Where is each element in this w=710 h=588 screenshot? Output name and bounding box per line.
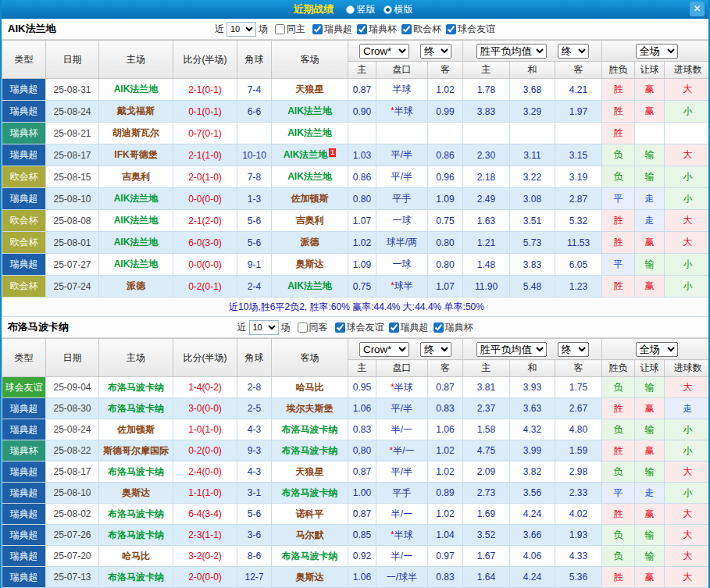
- away-team-cell[interactable]: 天狼星: [272, 79, 348, 101]
- odds-final-select[interactable]: 终: [420, 342, 451, 357]
- home-team-cell[interactable]: 哈马比: [99, 546, 173, 567]
- league-filter[interactable]: 球会友谊: [446, 23, 495, 36]
- league-checkbox[interactable]: [389, 323, 399, 333]
- away-team-cell[interactable]: 奥斯达: [272, 254, 348, 276]
- home-team-cell[interactable]: 派德: [99, 276, 173, 298]
- odds-home-cell: 0.92: [348, 546, 376, 567]
- same-venue-checkbox[interactable]: [298, 323, 308, 333]
- same-venue-filter[interactable]: 同主: [275, 23, 305, 36]
- league-filter[interactable]: 球会友谊: [335, 321, 384, 334]
- away-team-cell[interactable]: 诺科平: [272, 504, 348, 525]
- odds-away-cell: [428, 123, 463, 144]
- league-label: 瑞典超: [401, 321, 429, 334]
- odds-source-select[interactable]: Crow*: [359, 44, 409, 59]
- away-team-cell[interactable]: 埃尔夫斯堡: [272, 398, 348, 419]
- same-venue-filter[interactable]: 同客: [298, 321, 328, 334]
- home-team-cell[interactable]: AIK法兰地: [99, 188, 173, 210]
- avg-final-select[interactable]: 终: [558, 342, 589, 357]
- avg-lose-cell: 5.32: [555, 210, 602, 232]
- avg-draw-cell: 3.51: [510, 210, 555, 232]
- home-team-cell[interactable]: AIK法兰地: [99, 232, 173, 254]
- table-header: 类型 日期 主场 比分(半场) 角球 客场 Crow* 终: [2, 41, 710, 79]
- away-team-cell[interactable]: 布洛马波卡纳: [272, 483, 348, 504]
- league-filter[interactable]: 瑞典杯: [357, 23, 397, 36]
- away-team-cell[interactable]: AIK法兰地: [272, 166, 348, 188]
- match-count-select[interactable]: 10: [249, 320, 279, 335]
- match-count-select[interactable]: 10: [227, 22, 256, 37]
- away-team-cell[interactable]: 哈马比: [272, 377, 348, 398]
- handicap-star: *: [391, 529, 394, 540]
- avg-source-select[interactable]: 胜平负均值: [476, 342, 547, 357]
- league-checkbox[interactable]: [312, 24, 323, 34]
- away-team-cell[interactable]: 布洛马波卡纳: [272, 419, 348, 440]
- layout-option-horizontal[interactable]: 横版: [384, 3, 413, 16]
- home-team-cell[interactable]: AIK法兰地: [99, 254, 173, 276]
- home-team-cell[interactable]: 布洛马波卡纳: [99, 398, 173, 419]
- layout-option-vertical[interactable]: 竖版: [346, 3, 376, 16]
- scope-select[interactable]: 全场: [636, 44, 678, 59]
- league-checkbox[interactable]: [401, 24, 412, 34]
- home-team-cell[interactable]: 佐加顿斯: [99, 419, 173, 440]
- avg-draw-cell: 3.82: [510, 461, 555, 483]
- col-away: 客场: [272, 41, 348, 79]
- panel-title: 近期战绩: [294, 2, 334, 16]
- away-team-cell[interactable]: 布洛马波卡纳: [272, 440, 348, 461]
- match-row: 瑞典超25-08-31AIK法兰地2-1(0-1)7-4天狼星0.87半球1.0…: [2, 79, 710, 101]
- handicap-cell: *半球: [376, 101, 428, 123]
- away-team-cell[interactable]: 派德: [272, 232, 348, 254]
- close-icon[interactable]: ✕: [690, 2, 705, 16]
- league-filter[interactable]: 瑞典超: [389, 321, 429, 334]
- same-venue-checkbox[interactable]: [275, 24, 285, 34]
- home-team-cell[interactable]: 胡迪斯瓦尔: [99, 123, 173, 144]
- home-team-cell[interactable]: 吉奥利: [99, 166, 173, 188]
- home-team-cell[interactable]: 布洛马波卡纳: [99, 377, 173, 398]
- date-cell: 25-08-10: [46, 483, 99, 504]
- away-team-cell[interactable]: AIK法兰地1: [272, 144, 348, 166]
- league-checkbox[interactable]: [446, 24, 456, 34]
- avg-final-select[interactable]: 终: [558, 44, 589, 59]
- league-filter[interactable]: 瑞典杯: [433, 321, 473, 334]
- home-team-cell[interactable]: 布洛马波卡纳: [99, 525, 173, 546]
- date-cell: 25-08-17: [46, 461, 99, 483]
- home-team-cell[interactable]: AIK法兰地: [99, 210, 173, 232]
- away-team-cell[interactable]: 马尔默: [272, 525, 348, 546]
- away-team-cell[interactable]: AIK法兰地: [272, 276, 348, 298]
- league-filter[interactable]: 瑞典超: [312, 23, 352, 36]
- odds-final-select[interactable]: 终: [420, 44, 451, 59]
- match-row: 欧会杯25-07-24派德0-2(0-1)2-4AIK法兰地0.75*球半1.0…: [2, 276, 710, 298]
- league-checkbox[interactable]: [357, 24, 367, 34]
- odds-away-cell: 1.07: [428, 276, 463, 298]
- league-checkbox[interactable]: [335, 323, 345, 333]
- avg-lose-cell: 2.33: [555, 483, 602, 504]
- date-cell: 25-08-24: [46, 101, 99, 123]
- league-checkbox[interactable]: [433, 323, 444, 333]
- goal-result-cell: 小: [665, 483, 710, 504]
- subcol-odds-home: 主: [348, 62, 376, 79]
- home-team-cell[interactable]: 布洛马波卡纳: [99, 504, 173, 525]
- date-cell: 25-07-13: [46, 567, 99, 588]
- home-team-cell[interactable]: 奥斯达: [99, 483, 173, 504]
- home-team-cell[interactable]: AIK法兰地: [99, 79, 173, 101]
- score-cell: 1-0(1-0): [173, 419, 237, 440]
- home-team-cell[interactable]: IFK哥德堡: [99, 144, 173, 166]
- avg-lose-cell: 1.93: [555, 525, 602, 546]
- avg-source-select[interactable]: 胜平负均值: [476, 44, 547, 59]
- odds-source-select[interactable]: Crow*: [359, 342, 409, 357]
- home-team-cell[interactable]: 戴戈福斯: [99, 101, 173, 123]
- away-team-cell[interactable]: 佐加顿斯: [272, 188, 348, 210]
- away-team-cell[interactable]: AIK法兰地: [272, 123, 348, 144]
- away-team-cell[interactable]: 吉奥利: [272, 210, 348, 232]
- away-team-cell[interactable]: 奥斯达: [272, 567, 348, 588]
- scope-select[interactable]: 全场: [636, 342, 678, 357]
- home-team-cell[interactable]: 布洛马波卡纳: [99, 461, 173, 483]
- score-cell: 2-3(1-1): [173, 525, 237, 546]
- col-corner: 角球: [237, 41, 272, 79]
- away-team-cell[interactable]: 布洛马波卡纳: [272, 546, 348, 567]
- home-team-cell[interactable]: 斯德哥尔摩国际: [99, 440, 173, 461]
- home-team-cell[interactable]: 布洛马波卡纳: [99, 567, 173, 588]
- subcol-odds-home: 主: [348, 360, 376, 377]
- league-filter[interactable]: 欧会杯: [401, 23, 441, 36]
- away-team-cell[interactable]: 天狼星: [272, 461, 348, 483]
- away-team-cell[interactable]: AIK法兰地: [272, 101, 348, 123]
- odds-away-cell: 1.02: [428, 504, 463, 525]
